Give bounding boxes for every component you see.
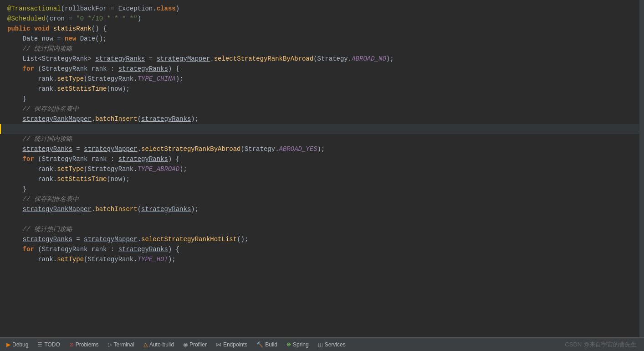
- code-line-18: rank.setStatisTime(now);: [0, 174, 644, 184]
- code-line-16: for (StrategyRank rank : strategyRanks) …: [0, 154, 644, 164]
- code-line-5: // 统计国内攻略: [0, 44, 644, 54]
- toolbar-profiler[interactable]: ◉ Profiler: [179, 338, 211, 351]
- code-line-11: // 保存到排名表中: [0, 104, 644, 114]
- code-line-12: strategyRankMapper.batchInsert(strategyR…: [0, 114, 644, 124]
- code-editor: @Transactional(rollbackFor = Exception.c…: [0, 0, 644, 337]
- services-label: Services: [325, 341, 346, 348]
- code-line-7: for (StrategyRank rank : strategyRanks) …: [0, 64, 644, 74]
- code-line-14: // 统计国内攻略: [0, 134, 644, 144]
- bottom-toolbar: ▶ Debug ☰ TODO ⊘ Problems ▷ Terminal △ A…: [0, 337, 644, 351]
- autobuild-icon: △: [143, 341, 148, 348]
- code-line-24: strategyRanks = strategyMapper.selectStr…: [0, 234, 644, 244]
- toolbar-terminal[interactable]: ▷ Terminal: [103, 338, 139, 351]
- profiler-icon: ◉: [183, 341, 188, 348]
- code-line-15: strategyRanks = strategyMapper.selectStr…: [0, 144, 644, 154]
- toolbar-debug[interactable]: ▶ Debug: [2, 338, 33, 351]
- code-line-19: }: [0, 184, 644, 194]
- code-line-25: for (StrategyRank rank : strategyRanks) …: [0, 244, 644, 254]
- code-line-6: List<StrategyRank> strategyRanks = strat…: [0, 54, 644, 64]
- services-icon: ◫: [318, 341, 323, 348]
- code-line-22: [0, 214, 644, 224]
- toolbar-autobuild[interactable]: △ Auto-build: [139, 338, 179, 351]
- endpoints-icon: ⋈: [216, 341, 221, 348]
- problems-label: Problems: [76, 341, 99, 348]
- autobuild-label: Auto-build: [149, 341, 174, 348]
- profiler-label: Profiler: [189, 341, 207, 348]
- code-line-23: // 统计热门攻略: [0, 224, 644, 234]
- spring-label: Spring: [293, 341, 309, 348]
- code-line-13: [0, 124, 644, 134]
- code-line-2: @Scheduled(cron = "0 */10 * * * *"): [0, 14, 644, 24]
- endpoints-label: Endpoints: [223, 341, 247, 348]
- code-line-10: }: [0, 94, 644, 104]
- toolbar-problems[interactable]: ⊘ Problems: [65, 338, 103, 351]
- toolbar-spring[interactable]: ❋ Spring: [282, 338, 313, 351]
- todo-icon: ☰: [37, 341, 42, 348]
- spring-icon: ❋: [286, 341, 291, 348]
- build-label: Build: [265, 341, 277, 348]
- debug-label: Debug: [12, 341, 28, 348]
- terminal-icon: ▷: [108, 341, 112, 348]
- code-line-17: rank.setType(StrategyRank.TYPE_ABROAD);: [0, 164, 644, 174]
- code-line-8: rank.setType(StrategyRank.TYPE_CHINA);: [0, 74, 644, 84]
- code-line-26: rank.setType(StrategyRank.TYPE_HOT);: [0, 254, 644, 264]
- toolbar-endpoints[interactable]: ⋈ Endpoints: [211, 338, 252, 351]
- code-line-9: rank.setStatisTime(now);: [0, 84, 644, 94]
- code-line-20: // 保存到排名表中: [0, 194, 644, 204]
- debug-icon: ▶: [6, 341, 10, 348]
- problems-icon: ⊘: [69, 341, 74, 348]
- code-line-21: strategyRankMapper.batchInsert(strategyR…: [0, 204, 644, 214]
- build-icon: 🔨: [256, 341, 263, 348]
- toolbar-todo[interactable]: ☰ TODO: [33, 338, 64, 351]
- csdn-watermark: CSDN @来自宇宙的曹先生: [565, 341, 637, 349]
- code-line-1: @Transactional(rollbackFor = Exception.c…: [0, 4, 644, 14]
- terminal-label: Terminal: [114, 341, 134, 348]
- code-line-3: public void statisRank() {: [0, 24, 644, 34]
- scroll-bar[interactable]: [639, 0, 644, 337]
- toolbar-build[interactable]: 🔨 Build: [252, 338, 282, 351]
- toolbar-services[interactable]: ◫ Services: [313, 338, 350, 351]
- code-line-4: Date now = new Date();: [0, 34, 644, 44]
- todo-label: TODO: [44, 341, 60, 348]
